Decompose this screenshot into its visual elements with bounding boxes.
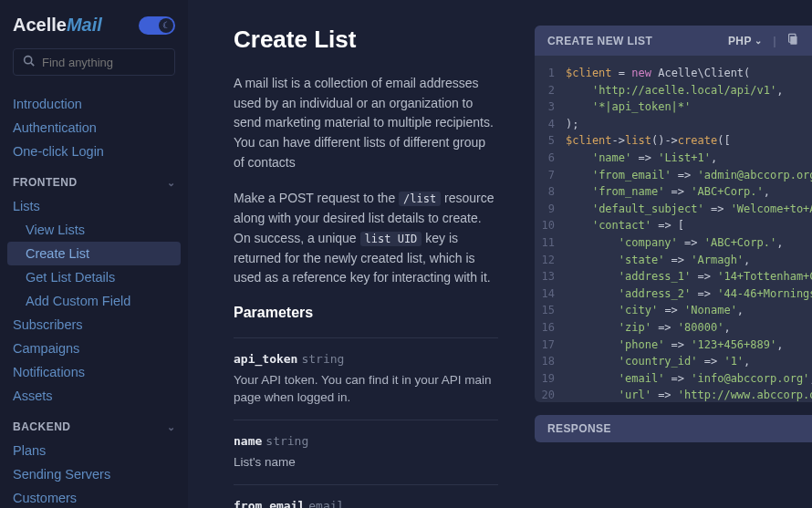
code-line: 8 'from_name' => 'ABC+Corp.',	[535, 183, 812, 201]
param-name: name	[234, 434, 262, 448]
response-panel-header: RESPONSE	[535, 415, 812, 442]
search-icon	[23, 55, 35, 69]
code-line: 17 'phone' => '123+456+889',	[535, 337, 812, 354]
param-desc: List's name	[234, 453, 498, 472]
inline-code-path: /list	[399, 192, 441, 206]
param-name: api_token	[234, 352, 297, 366]
svg-point-0	[25, 57, 32, 64]
line-number: 20	[535, 387, 566, 402]
code-line: 2 'http://acelle.local/api/v1',	[535, 82, 812, 99]
search-box[interactable]	[13, 48, 175, 76]
nav-sub-link[interactable]: Get List Details	[0, 265, 188, 289]
code-line: 12 'state' => 'Armagh',	[535, 252, 812, 269]
svg-line-1	[31, 63, 34, 66]
brand-part1: Acelle	[13, 15, 67, 35]
nav-link[interactable]: Introduction	[0, 92, 188, 116]
line-number: 10	[535, 217, 566, 234]
line-number: 17	[535, 337, 566, 354]
brand-part2: Mail	[67, 15, 102, 35]
line-number: 6	[535, 150, 566, 167]
line-number: 7	[535, 167, 566, 184]
code-line: 9 'default_subject' => 'Welcome+to+ABC+	[535, 201, 812, 218]
chevron-down-icon: ⌄	[167, 421, 176, 433]
code-line: 14 'address_2' => '44-46+Morningside	[535, 285, 812, 303]
line-number: 2	[535, 82, 566, 99]
line-number: 12	[535, 252, 566, 269]
section-backend-label: BACKEND	[13, 420, 71, 433]
nav-link[interactable]: Lists	[0, 194, 188, 218]
line-number: 8	[535, 183, 566, 201]
params-heading: Parameters	[234, 305, 498, 321]
chevron-down-icon: ⌄	[755, 36, 762, 46]
search-input[interactable]	[42, 56, 188, 69]
line-number: 1	[535, 65, 566, 82]
code-line: 1$client = new Acelle\Client(	[535, 65, 812, 82]
line-number: 4	[535, 116, 566, 133]
code-panel-response: RESPONSE	[535, 415, 812, 442]
code-line: 15 'city' => 'Noname',	[535, 302, 812, 319]
code-line: 18 'country_id' => '1',	[535, 353, 812, 370]
line-number: 16	[535, 319, 566, 337]
code-line: 13 'address_1' => '14+Tottenham+Cour	[535, 268, 812, 285]
nav-link[interactable]: Subscribers	[0, 313, 188, 337]
page-detail: Make a POST request to the /list resourc…	[234, 189, 498, 287]
nav-link[interactable]: Sending Servers	[0, 462, 188, 486]
doc-column: Create List A mail list is a collection …	[234, 26, 498, 508]
language-select[interactable]: PHP ⌄	[728, 35, 762, 47]
param-type: string	[301, 352, 344, 366]
code-line: 16 'zip' => '80000',	[535, 319, 812, 337]
moon-icon: ☾	[159, 18, 173, 33]
param-desc: Your API token. You can find it in your …	[234, 371, 498, 407]
logo-row: AcelleMail ☾	[0, 15, 188, 48]
line-number: 5	[535, 132, 566, 150]
code-panel-title: CREATE NEW LIST	[547, 35, 652, 47]
code-line: 3 '*|api_token|*'	[535, 98, 812, 116]
main: Create List A mail list is a collection …	[188, 0, 812, 508]
line-number: 3	[535, 98, 566, 116]
line-number: 9	[535, 201, 566, 218]
line-number: 15	[535, 302, 566, 319]
nav-sub-link[interactable]: Create List	[7, 242, 181, 265]
line-number: 14	[535, 285, 566, 303]
code-line: 10 'contact' => [	[535, 217, 812, 234]
page-title: Create List	[234, 26, 498, 54]
code-line: 4);	[535, 116, 812, 133]
param-row: namestringList's name	[234, 420, 498, 484]
line-number: 18	[535, 353, 566, 370]
brand-logo: AcelleMail	[13, 15, 102, 36]
code-line: 19 'email' => 'info@abccorp.org',	[535, 370, 812, 388]
nav-link[interactable]: Plans	[0, 439, 188, 462]
response-panel-title: RESPONSE	[547, 422, 611, 435]
chevron-down-icon: ⌄	[167, 177, 176, 189]
code-line: 11 'company' => 'ABC+Corp.',	[535, 234, 812, 252]
nav-link[interactable]: Notifications	[0, 360, 188, 384]
code-line: 7 'from_email' => 'admin@abccorp.org',	[535, 167, 812, 184]
nav-sub-link[interactable]: Add Custom Field	[0, 289, 188, 313]
param-type: email	[308, 499, 344, 508]
code-panel-header: CREATE NEW LIST PHP ⌄ |	[535, 26, 812, 56]
code-panel-request: CREATE NEW LIST PHP ⌄ | 1$client = new A…	[535, 26, 812, 402]
section-backend[interactable]: BACKEND ⌄	[0, 408, 188, 439]
nav-link[interactable]: Authentication	[0, 116, 188, 140]
code-column: CREATE NEW LIST PHP ⌄ | 1$client = new A…	[535, 26, 812, 508]
code-line: 5$client->list()->create([	[535, 132, 812, 150]
code-body[interactable]: 1$client = new Acelle\Client(2 'http://a…	[535, 56, 812, 402]
nav-link[interactable]: Customers	[0, 486, 188, 508]
section-frontend[interactable]: FRONTEND ⌄	[0, 163, 188, 194]
param-row: api_tokenstringYour API token. You can f…	[234, 337, 498, 420]
nav-link[interactable]: Campaigns	[0, 337, 188, 360]
sidebar: AcelleMail ☾ IntroductionAuthenticationO…	[0, 0, 188, 508]
nav-link[interactable]: One-click Login	[0, 140, 188, 163]
nav-sub-link[interactable]: View Lists	[0, 218, 188, 242]
code-line: 6 'name' => 'List+1',	[535, 150, 812, 167]
theme-toggle[interactable]: ☾	[139, 16, 175, 35]
line-number: 11	[535, 234, 566, 252]
code-line: 20 'url' => 'http://www.abccorp.org'	[535, 387, 812, 402]
line-number: 13	[535, 268, 566, 285]
param-row: from_emailemailDefault From email addres…	[234, 484, 498, 508]
line-number: 19	[535, 370, 566, 388]
copy-icon[interactable]	[787, 33, 799, 48]
nav-link[interactable]: Assets	[0, 384, 188, 408]
param-name: from_email	[234, 499, 305, 508]
section-frontend-label: FRONTEND	[13, 176, 78, 189]
